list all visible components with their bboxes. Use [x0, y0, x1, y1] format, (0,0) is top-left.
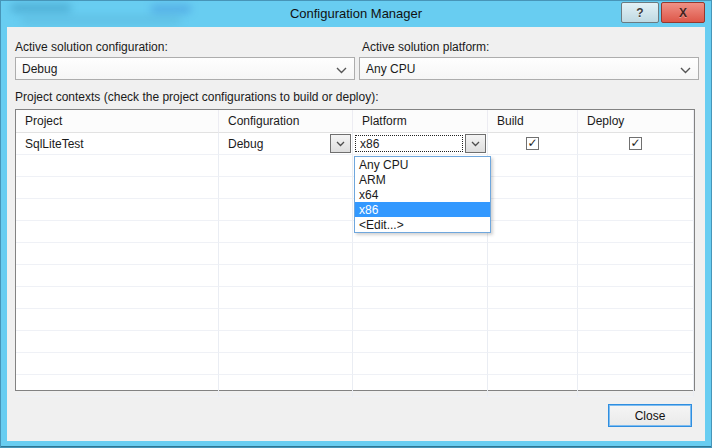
platform-dropdown-option[interactable]: ARM — [355, 172, 490, 187]
table-row-empty — [16, 309, 694, 331]
window-close-button[interactable]: X — [661, 2, 705, 23]
configuration-dropdown-button[interactable] — [330, 134, 351, 153]
platform-cell-value: x86 — [360, 137, 379, 151]
chevron-down-icon — [336, 67, 347, 74]
configuration-cell-value: Debug — [219, 133, 329, 154]
grid-header-row: Project Configuration Platform Build Dep… — [16, 110, 694, 133]
platform-cell-focus: x86 — [355, 135, 463, 152]
table-row-empty — [16, 375, 694, 397]
active-configuration-label: Active solution configuration: — [15, 40, 168, 54]
column-header-build[interactable]: Build — [488, 110, 578, 133]
platform-dropdown-option[interactable]: x86 — [355, 202, 490, 217]
active-platform-value: Any CPU — [366, 62, 415, 76]
column-header-deploy[interactable]: Deploy — [578, 110, 694, 133]
chevron-down-icon — [336, 141, 345, 147]
active-configuration-combobox[interactable]: Debug — [15, 57, 355, 80]
column-header-project[interactable]: Project — [16, 110, 219, 133]
table-row-empty — [16, 287, 694, 309]
window-title: Configuration Manager — [1, 6, 711, 21]
build-cell: ✓ — [488, 133, 578, 155]
platform-cell-combobox[interactable]: x86 — [353, 133, 488, 155]
titlebar[interactable]: Configuration Manager ? X — [1, 1, 711, 27]
check-icon: ✓ — [527, 138, 537, 149]
table-row: SqlLiteTest Debug x86 — [16, 133, 694, 155]
help-button[interactable]: ? — [621, 2, 659, 23]
active-platform-combobox[interactable]: Any CPU — [359, 57, 699, 80]
column-header-platform[interactable]: Platform — [353, 110, 488, 133]
configuration-cell-combobox[interactable]: Debug — [219, 133, 353, 155]
column-header-configuration[interactable]: Configuration — [219, 110, 353, 133]
platform-dropdown-button[interactable] — [465, 134, 486, 153]
build-checkbox[interactable]: ✓ — [526, 137, 539, 150]
platform-dropdown-list: Any CPU ARM x64 x86 <Edit...> — [354, 156, 491, 233]
platform-dropdown-option[interactable]: Any CPU — [355, 157, 490, 172]
project-contexts-caption: Project contexts (check the project conf… — [15, 90, 379, 104]
table-row-empty — [16, 265, 694, 287]
deploy-checkbox[interactable]: ✓ — [629, 137, 642, 150]
check-icon: ✓ — [630, 138, 640, 149]
dialog-client-area: Active solution configuration: Debug Act… — [7, 27, 705, 441]
active-platform-label: Active solution platform: — [362, 40, 489, 54]
project-contexts-grid: Project Configuration Platform Build Dep… — [15, 109, 695, 391]
table-row-empty — [16, 331, 694, 353]
chevron-down-icon — [471, 141, 480, 147]
deploy-cell: ✓ — [578, 133, 694, 155]
configuration-manager-dialog: Configuration Manager ? X Active solutio… — [0, 0, 712, 448]
active-configuration-value: Debug — [22, 62, 57, 76]
table-row-empty — [16, 353, 694, 375]
table-row-empty — [16, 243, 694, 265]
platform-dropdown-option[interactable]: <Edit...> — [355, 217, 490, 232]
platform-dropdown-option[interactable]: x64 — [355, 187, 490, 202]
chevron-down-icon — [680, 67, 691, 74]
project-name-cell[interactable]: SqlLiteTest — [16, 133, 219, 155]
close-button[interactable]: Close — [608, 404, 692, 427]
